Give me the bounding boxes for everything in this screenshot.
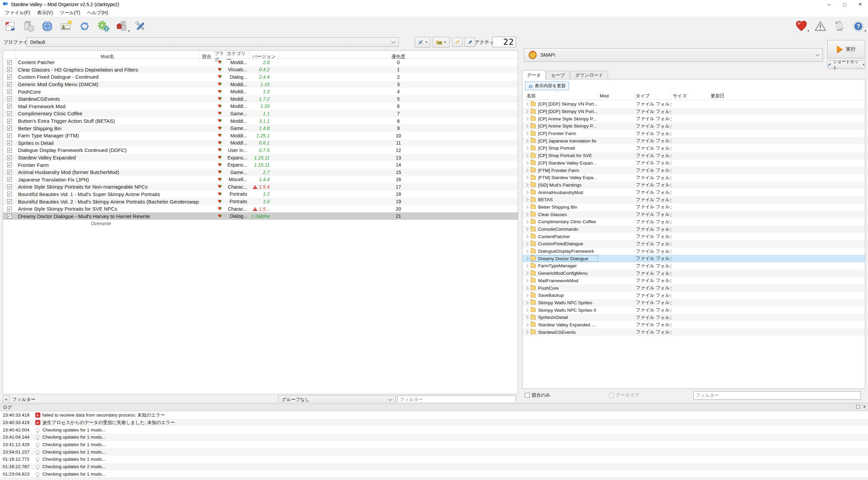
data-tree-row[interactable]: SpritesInDetailファイル フォルダー <box>522 314 865 321</box>
data-tree-row[interactable]: FarmTypeManagerファイル フォルダー <box>522 262 865 270</box>
mod-enabled-checkbox[interactable] <box>3 212 16 220</box>
menu-file[interactable]: ファイル(F) <box>1 9 34 17</box>
mod-row[interactable]: StardewCGEventsModdi...1.7.25 <box>3 95 518 103</box>
check-updates-icon[interactable] <box>832 19 846 33</box>
mod-enabled-checkbox[interactable] <box>3 176 16 184</box>
expand-chevron-icon[interactable] <box>522 292 531 299</box>
expand-chevron-icon[interactable] <box>522 270 531 277</box>
expand-chevron-icon[interactable] <box>522 306 531 314</box>
mod-enabled-checkbox[interactable] <box>3 66 16 74</box>
plugins-icon[interactable]: ▼ <box>115 19 129 33</box>
expand-chevron-icon[interactable] <box>522 314 531 321</box>
mod-row[interactable]: Farm Type Manager (FTM)Moddi...1.25.110 <box>3 132 518 139</box>
expand-chevron-icon[interactable] <box>522 233 531 240</box>
data-tree-row[interactable]: AnimalHusbandryModファイル フォルダー <box>522 189 865 196</box>
mod-enabled-checkbox[interactable] <box>3 73 16 81</box>
archives-checkbox[interactable]: アーカイブ <box>609 392 639 398</box>
mod-enabled-checkbox[interactable] <box>3 110 16 117</box>
expand-chevron-icon[interactable] <box>522 262 531 270</box>
close-button[interactable] <box>852 0 868 9</box>
data-tree-row[interactable]: ConsoleCommandsファイル フォルダー <box>522 226 865 233</box>
log-scrollbar[interactable] <box>0 477 868 480</box>
open-folder-button[interactable]: ▼ <box>433 37 450 47</box>
data-tree-row[interactable]: [FTM] Stardew Valley Expa...ファイル フォルダー <box>522 174 865 181</box>
data-filter-input[interactable] <box>693 391 861 400</box>
menu-help[interactable]: ヘルプ(H) <box>83 9 111 17</box>
executables-icon[interactable] <box>96 19 110 33</box>
menu-view[interactable]: 表示(V) <box>34 9 56 17</box>
shortcut-button[interactable]: ショートカット ▼ <box>827 60 865 69</box>
data-tree-row[interactable]: GenericModConfigMenuファイル フォルダー <box>522 270 865 277</box>
header-modified[interactable]: 更新日 <box>709 92 865 100</box>
minimize-button[interactable] <box>821 0 837 9</box>
endorse-heart-icon[interactable]: ▼ <box>794 19 808 33</box>
expand-chevron-icon[interactable] <box>522 328 531 336</box>
refresh-icon[interactable] <box>77 19 92 33</box>
mod-row[interactable]: Anime Style Skimpy Portraits for Non-mar… <box>3 183 518 191</box>
header-type[interactable]: タイプ <box>634 92 671 100</box>
data-tree-row[interactable]: [CP] [DDF] Skimpy VN Port...ファイル フォルダー <box>522 100 865 108</box>
tab-saves[interactable]: セーブ <box>546 71 570 79</box>
profile-select[interactable]: Default <box>26 37 399 47</box>
expand-chevron-icon[interactable] <box>522 321 531 329</box>
data-tree-row[interactable]: Stardew Valley Expanded C...ファイル フォルダー <box>522 321 865 329</box>
profile-tools-button[interactable]: ▼ <box>415 37 430 47</box>
expand-chevron-icon[interactable] <box>522 211 531 218</box>
header-category[interactable]: カテゴリー <box>227 51 249 63</box>
mod-row[interactable]: PoohCoreModdi...1.04 <box>3 88 518 95</box>
mod-enabled-checkbox[interactable] <box>3 81 16 88</box>
mod-row[interactable]: Japanese Translation Fix (JPN)Miscell...… <box>3 176 518 184</box>
mod-row[interactable]: Bountiful Beauties Vol. 1 - Mud's Super … <box>3 191 518 198</box>
data-tree-row[interactable]: [CP] Anime Style Skimpy P...ファイル フォルダー <box>522 115 865 122</box>
data-tree-row[interactable]: [FTM] Frontier Farmファイル フォルダー <box>522 167 865 174</box>
expand-chevron-icon[interactable] <box>522 130 531 137</box>
tab-downloads[interactable]: ダウンロード <box>570 71 608 79</box>
data-tree-row[interactable]: [SiD] Mud's Paintingsファイル フォルダー <box>522 181 865 189</box>
expand-chevron-icon[interactable] <box>522 145 531 152</box>
filter-expand-button[interactable]: » <box>3 396 9 403</box>
mod-enabled-checkbox[interactable] <box>3 198 16 205</box>
overwrite-row[interactable]: Overwrite <box>3 220 199 227</box>
expand-chevron-icon[interactable] <box>522 137 531 145</box>
mod-row[interactable]: Anime Style Skimpy Portraits for SVE NPC… <box>3 205 518 213</box>
data-tree-row[interactable]: CustomFixedDialogueファイル フォルダー <box>522 240 865 248</box>
header-conflicts[interactable]: 競合 <box>199 51 215 63</box>
data-tree-row[interactable]: [CP] Stardew Valley Expan...ファイル フォルダー <box>522 159 865 167</box>
mod-enabled-checkbox[interactable] <box>3 117 16 125</box>
install-archive-icon[interactable] <box>21 19 36 33</box>
browse-nexus-icon[interactable] <box>40 19 54 33</box>
expand-chevron-icon[interactable] <box>522 284 531 292</box>
data-tree-row[interactable]: [CP] Shop Portraitファイル フォルダー <box>522 145 865 152</box>
backup-button[interactable] <box>452 38 463 47</box>
data-tree-row[interactable]: [CP] Shop Portrait for SVEファイル フォルダー <box>522 152 865 159</box>
mod-enabled-checkbox[interactable] <box>3 205 16 213</box>
profile-config-icon[interactable] <box>59 19 73 33</box>
expand-chevron-icon[interactable] <box>522 255 531 262</box>
mod-row[interactable]: Generic Mod Config Menu (GMCM)Moddi...1.… <box>3 81 518 88</box>
expand-chevron-icon[interactable] <box>522 240 531 248</box>
expand-chevron-icon[interactable] <box>522 218 531 226</box>
help-icon[interactable]: ?▼ <box>851 19 865 33</box>
run-button[interactable]: 実行 <box>827 40 865 58</box>
data-tree-row[interactable]: Better Shipping Binファイル フォルダー <box>522 204 865 211</box>
install-mod-icon[interactable] <box>3 19 17 33</box>
expand-chevron-icon[interactable] <box>522 167 531 174</box>
executable-select[interactable]: SMAPI <box>524 48 823 62</box>
expand-chevron-icon[interactable] <box>522 108 531 115</box>
mod-enabled-checkbox[interactable] <box>3 139 16 147</box>
expand-chevron-icon[interactable] <box>522 122 531 130</box>
expand-chevron-icon[interactable] <box>522 189 531 196</box>
data-tree-row[interactable]: DialogueDisplayFrameworkファイル フォルダー <box>522 248 865 255</box>
mod-row[interactable]: Mail Framework ModModdi...1.206 <box>3 103 518 110</box>
conflicts-only-checkbox[interactable]: 競合のみ <box>525 392 550 398</box>
mod-enabled-checkbox[interactable] <box>3 103 16 110</box>
mod-enabled-checkbox[interactable] <box>3 183 16 191</box>
expand-chevron-icon[interactable] <box>522 100 531 108</box>
mod-enabled-checkbox[interactable] <box>3 191 16 198</box>
mod-enabled-checkbox[interactable] <box>3 169 16 176</box>
mod-enabled-checkbox[interactable] <box>3 95 16 103</box>
header-mod-name[interactable]: Mod名 <box>16 51 199 63</box>
data-tree-row[interactable]: [CP] Anime Style Skimpy P...ファイル フォルダー <box>522 122 865 130</box>
tab-data[interactable]: データ <box>522 70 546 79</box>
data-tree-row[interactable]: Skimpy Waifu NPC Sprites IIファイル フォルダー <box>522 306 865 314</box>
